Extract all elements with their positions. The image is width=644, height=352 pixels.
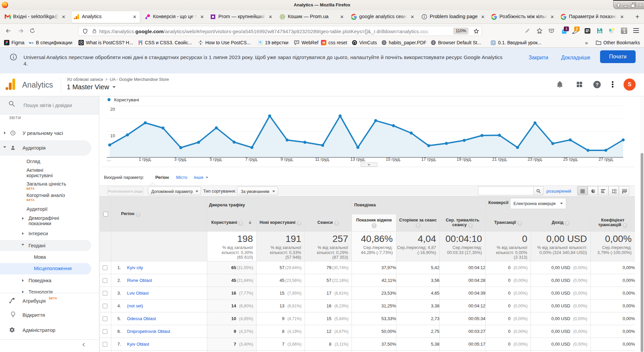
svg-text:7 груд.: 7 груд. (245, 157, 258, 162)
svg-text:17 груд.: 17 груд. (421, 157, 436, 162)
svg-text:5 груд.: 5 груд. (210, 157, 222, 162)
svg-text:M: M (322, 41, 325, 44)
svg-text:3 груд.: 3 груд. (174, 157, 187, 162)
svg-text:23 груд.: 23 груд. (528, 157, 543, 162)
svg-text:25 груд.: 25 груд. (563, 157, 578, 162)
svg-text:W3: W3 (29, 41, 34, 45)
svg-text:1 груд.: 1 груд. (139, 157, 152, 162)
svg-text:…: … (107, 157, 111, 162)
svg-text:Користувачі: Користувачі (114, 97, 139, 102)
svg-text:?: ? (595, 82, 598, 87)
svg-text:13 груд.: 13 груд. (351, 157, 366, 162)
svg-text:10: 10 (110, 133, 115, 138)
svg-text:15 груд.: 15 груд. (386, 157, 401, 162)
svg-text:9 груд.: 9 груд. (281, 157, 293, 162)
svg-text:27 груд.: 27 груд. (598, 157, 613, 162)
svg-text:21 груд.: 21 груд. (492, 157, 507, 162)
svg-text:19 груд.: 19 груд. (457, 157, 472, 162)
svg-text:20: 20 (110, 107, 115, 112)
svg-text:11 груд.: 11 груд. (315, 157, 330, 162)
